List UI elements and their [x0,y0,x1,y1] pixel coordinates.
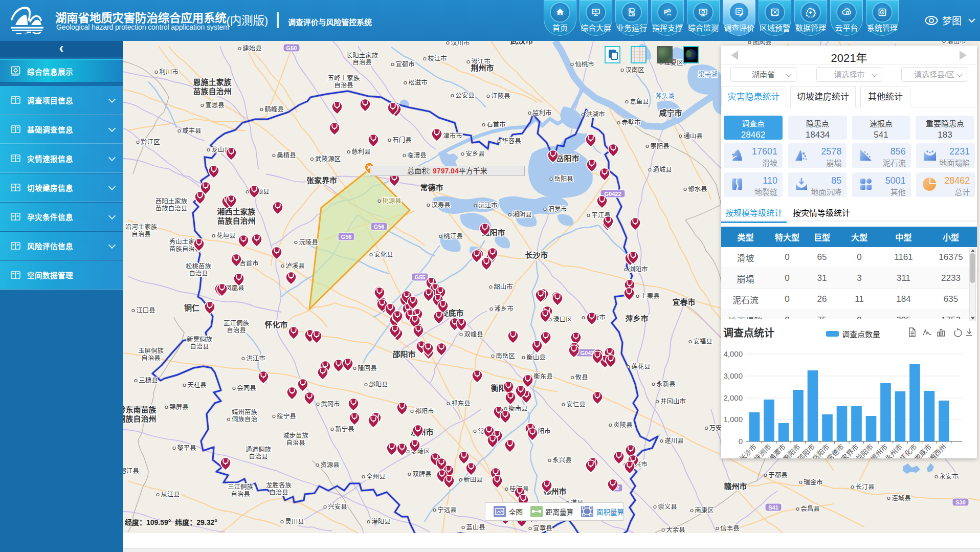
svg-text:崇阳县: 崇阳县 [650,143,670,150]
svg-text:0: 0 [739,437,743,446]
svg-text:通城县: 通城县 [653,166,672,173]
svg-text:枝江市: 枝江市 [428,55,447,62]
svg-text:自治县: 自治县 [131,231,151,238]
svg-text:炎陵县: 炎陵县 [613,422,633,429]
svg-text:从江县: 从江县 [161,491,180,498]
svg-text:常德市: 常德市 [420,183,443,192]
svg-text:G50: G50 [286,45,297,51]
svg-text:韶山市: 韶山市 [494,283,513,291]
svg-text:自治县: 自治县 [352,59,372,66]
svg-text:苗族自治州: 苗族自治州 [193,87,231,96]
svg-text:岳阳县: 岳阳县 [554,175,573,183]
svg-text:天柱县: 天柱县 [187,381,207,389]
svg-text:华容县: 华容县 [502,137,521,145]
svg-text:江陵县: 江陵县 [491,93,510,100]
svg-text:桑植县: 桑植县 [277,151,296,159]
svg-text:安福县: 安福县 [693,338,712,345]
svg-text:永安市: 永安市 [939,473,959,480]
svg-text:攸县: 攸县 [575,373,588,381]
svg-text:靖州苗族: 靖州苗族 [232,409,258,416]
svg-text:利川市: 利川市 [159,68,179,76]
svg-text:咸丰县: 咸丰县 [182,127,202,135]
svg-text:新田县: 新田县 [463,476,483,483]
svg-text:三江侗族: 三江侗族 [228,483,254,491]
svg-text:G56: G56 [341,234,352,240]
svg-text:新晃侗族: 新晃侗族 [187,336,213,343]
svg-text:苗族自治县: 苗族自治县 [155,205,188,212]
svg-text:自治县: 自治县 [190,343,209,350]
svg-text:宜章县: 宜章县 [533,524,552,532]
svg-text:邵阳县: 邵阳县 [369,381,388,388]
svg-text:汉南区: 汉南区 [625,66,644,74]
svg-text:监利市: 监利市 [532,109,552,117]
svg-text:资源县: 资源县 [320,461,340,469]
svg-text:4,000: 4,000 [723,349,743,358]
svg-text:赣州市: 赣州市 [724,482,747,491]
svg-text:长阳土家族: 长阳土家族 [346,52,378,59]
svg-text:武陵源区: 武陵源区 [315,156,341,163]
svg-text:鹤峰县: 鹤峰县 [264,105,284,113]
svg-text:洪湖市: 洪湖市 [586,111,605,118]
svg-text:南康区: 南康区 [695,506,714,514]
svg-text:赤壁市: 赤壁市 [621,119,641,126]
svg-text:汉川市: 汉川市 [451,41,470,47]
svg-text:2,000: 2,000 [723,393,743,402]
svg-text:湘西土家族: 湘西土家族 [217,207,256,216]
svg-text:沅陵县: 沅陵县 [299,239,318,246]
svg-text:沿河土家族: 沿河土家族 [125,223,158,231]
svg-text:双牌县: 双牌县 [412,470,432,478]
svg-text:湘阴县: 湘阴县 [513,211,532,218]
svg-text:桃江县: 桃江县 [443,232,463,240]
svg-text:通道侗族: 通道侗族 [246,446,272,453]
svg-text:洪江市: 洪江市 [246,355,265,362]
svg-text:会同县: 会同县 [237,385,256,392]
svg-text:桃源县: 桃源县 [382,197,402,205]
svg-text:松滋市: 松滋市 [408,79,428,86]
svg-text:渌口区: 渌口区 [553,316,572,323]
svg-text:石门县: 石门县 [392,136,412,144]
svg-text:万安: 万安 [709,424,722,432]
svg-text:修水县: 修水县 [688,185,707,193]
svg-text:连城县: 连城县 [892,494,911,502]
svg-text:蓝山县: 蓝山县 [466,524,485,531]
svg-text:汉寿县: 汉寿县 [431,202,451,209]
svg-text:石首市: 石首市 [486,121,506,128]
svg-text:津市市: 津市市 [443,132,462,140]
svg-text:衡南县: 衡南县 [508,405,528,412]
svg-text:自治县: 自治县 [231,491,250,498]
svg-text:自治县: 自治县 [269,489,288,496]
svg-text:P: P [664,9,667,15]
svg-text:信丰县: 信丰县 [720,525,740,532]
svg-text:祁阳市: 祁阳市 [415,407,434,415]
svg-text:祁东县: 祁东县 [451,400,471,407]
svg-text:浏阳市: 浏阳市 [629,266,648,273]
svg-text:慈利县: 慈利县 [351,148,371,156]
svg-text:三穗县: 三穗县 [139,377,158,384]
svg-text:于都县: 于都县 [768,472,788,479]
svg-text:黎平县: 黎平县 [177,445,196,452]
svg-text:黔江区: 黔江区 [141,138,160,146]
svg-text:G0422: G0422 [604,191,621,197]
svg-text:大余县: 大余县 [666,526,685,533]
svg-text:武汉市: 武汉市 [510,41,533,45]
svg-text:湘乡市: 湘乡市 [494,305,514,313]
svg-text:恩施土家族: 恩施土家族 [193,78,232,86]
svg-text:铜仁: 铜仁 [184,303,199,312]
svg-text:五峰土家族: 五峰土家族 [328,74,360,82]
svg-text:双峰县: 双峰县 [464,331,483,338]
svg-text:隆回县: 隆回县 [358,364,377,372]
svg-text:绥宁县: 绥宁县 [277,412,296,420]
svg-text:G55: G55 [415,274,426,280]
svg-text:宁远县: 宁远县 [437,506,457,514]
svg-text:榕江县: 榕江县 [123,467,139,475]
svg-text:永兴县: 永兴县 [552,457,572,464]
svg-text:梁子湖: 梁子湖 [698,71,718,78]
svg-text:仙桃市: 仙桃市 [575,60,594,68]
svg-text:崇义县: 崇义县 [658,503,677,511]
svg-text:自治县: 自治县 [141,355,161,362]
svg-text:斧头湖: 斧头湖 [655,92,675,100]
svg-text:灌阳县: 灌阳县 [371,518,391,525]
svg-text:嘉鱼县: 嘉鱼县 [630,98,649,105]
svg-text:井冈山市: 井冈山市 [660,398,686,405]
svg-text:城步苗族: 城步苗族 [283,432,309,439]
